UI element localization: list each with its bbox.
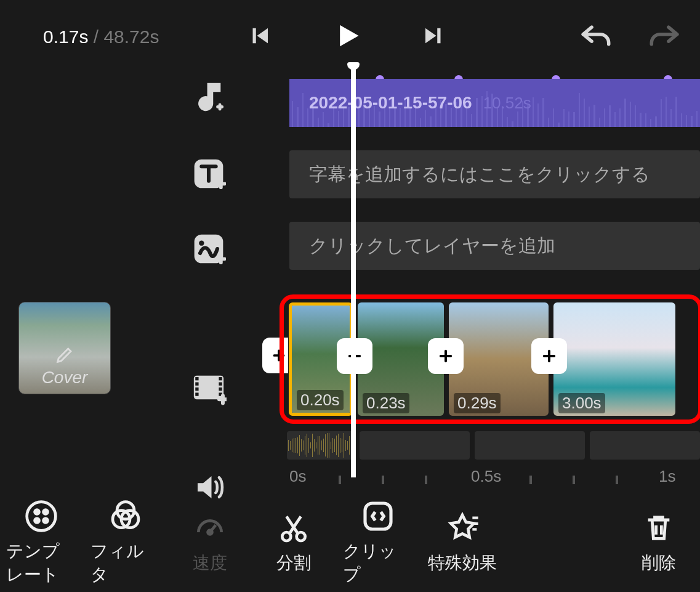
add-music-button[interactable] <box>191 80 227 118</box>
play-button[interactable] <box>331 20 363 54</box>
split-label: 分割 <box>276 551 311 575</box>
clip-duration: 0.23s <box>363 393 409 413</box>
time-ruler: 0s 0.5s 1s <box>289 467 700 492</box>
ruler-label: 0s <box>289 467 306 486</box>
speed-button[interactable]: 速度 <box>174 507 245 578</box>
undo-button[interactable] <box>579 22 613 52</box>
svg-point-3 <box>199 240 204 245</box>
svg-rect-10 <box>219 383 222 386</box>
audio-segment[interactable] <box>590 431 700 460</box>
video-clip-3[interactable]: 3.00s <box>553 302 675 416</box>
delete-button[interactable]: 削除 <box>623 507 694 578</box>
clip-duration: 0.29s <box>454 393 501 413</box>
timeline-tracks: 2022-05-01-15-57-06 10.52s 字幕を追加するにはここをク… <box>289 79 700 492</box>
svg-rect-5 <box>195 377 198 380</box>
audio-segment[interactable] <box>360 431 470 460</box>
ruler-label: 0.5s <box>471 467 501 486</box>
svg-point-14 <box>35 510 39 514</box>
top-playback-bar: 0.17s / 48.72s <box>0 18 700 55</box>
audio-clip-title: 2022-05-01-15-57-06 <box>309 93 472 113</box>
cover-label: Cover <box>42 368 88 387</box>
add-text-button[interactable] <box>191 156 226 193</box>
add-video-button[interactable] <box>191 370 227 408</box>
music-track[interactable]: 2022-05-01-15-57-06 10.52s <box>289 79 700 127</box>
clip-duration: 3.00s <box>558 393 605 413</box>
track-tool-column <box>191 80 227 506</box>
add-layer-button[interactable] <box>191 232 226 269</box>
skip-end-button[interactable] <box>421 23 447 51</box>
delete-label: 削除 <box>642 551 676 575</box>
layer-track[interactable]: クリックしてレイヤーを追加 <box>289 222 700 270</box>
audio-segment[interactable] <box>475 431 585 460</box>
current-time: 0.17s <box>43 26 88 47</box>
filter-button[interactable]: フィルタ <box>91 495 161 590</box>
template-label: テンプレート <box>6 540 77 586</box>
split-button[interactable]: 分割 <box>259 507 329 578</box>
highlighted-clip-strip: 0.20s 0.23s 0.29s 3.00s <box>280 294 700 424</box>
audio-segment[interactable] <box>287 431 355 460</box>
svg-rect-7 <box>195 387 198 391</box>
effects-label: 特殊効果 <box>428 551 497 575</box>
time-separator: / <box>88 26 103 47</box>
clip-button[interactable]: クリップ <box>343 495 414 590</box>
ruler-label: 1s <box>659 467 675 486</box>
svg-point-17 <box>44 519 48 523</box>
svg-rect-8 <box>195 392 198 395</box>
svg-rect-24 <box>365 503 391 529</box>
svg-rect-6 <box>195 383 198 386</box>
clip-label: クリップ <box>343 540 414 586</box>
filter-label: フィルタ <box>91 540 161 586</box>
add-transition-button-2[interactable] <box>531 338 567 374</box>
effects-button[interactable]: 特殊効果 <box>427 507 497 578</box>
clip-duration: 0.20s <box>297 390 344 410</box>
subtitle-track[interactable]: 字幕を追加するにはここをクリックする <box>289 150 700 198</box>
svg-rect-11 <box>219 387 222 391</box>
redo-button[interactable] <box>647 22 682 52</box>
template-button[interactable]: テンプレート <box>6 495 77 590</box>
bottom-toolbar: テンプレート フィルタ 速度 分割 クリップ 特殊効果 削除 <box>0 493 700 592</box>
svg-point-21 <box>207 530 212 535</box>
transport-controls <box>246 20 447 54</box>
subtitle-prompt: 字幕を追加するにはここをクリックする <box>309 162 650 187</box>
total-time: 48.72s <box>103 26 159 47</box>
history-controls <box>579 22 682 52</box>
speed-label: 速度 <box>193 551 227 575</box>
svg-point-13 <box>27 502 56 531</box>
svg-point-16 <box>35 519 39 523</box>
audio-clip-duration: 10.52s <box>483 94 531 113</box>
add-transition-button-0[interactable] <box>337 338 372 374</box>
clip-audio-strip <box>287 431 700 460</box>
svg-point-15 <box>44 510 48 514</box>
skip-start-button[interactable] <box>246 23 272 51</box>
add-transition-button-1[interactable] <box>428 338 464 374</box>
svg-point-0 <box>200 99 211 109</box>
time-display: 0.17s / 48.72s <box>43 26 159 47</box>
svg-rect-9 <box>219 377 222 380</box>
layer-prompt: クリックしてレイヤーを追加 <box>309 233 555 259</box>
cover-button[interactable]: Cover <box>18 302 111 394</box>
